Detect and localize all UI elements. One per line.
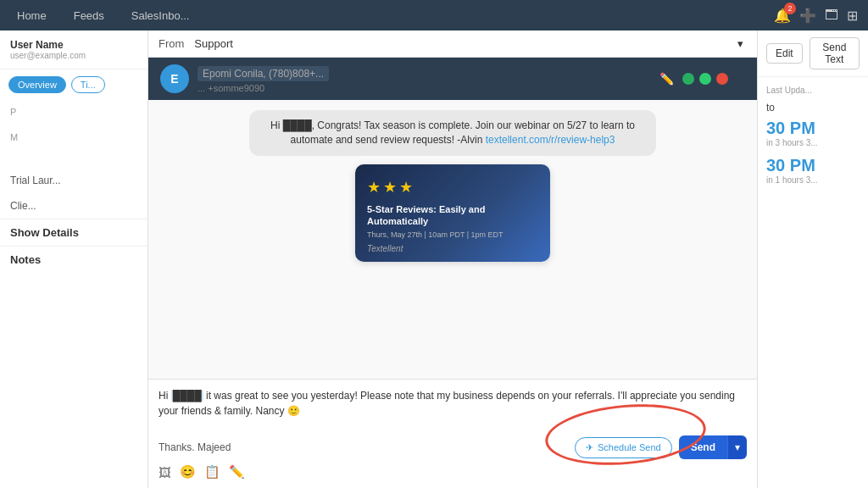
message-link-1[interactable]: textellent.com/r/review-help3 xyxy=(486,134,615,146)
compose-area: Hi ████ it was great to see you yesterda… xyxy=(148,379,757,488)
compose-footer: Thanks. Majeed ✈ Schedule Send Send ▾ xyxy=(159,435,747,459)
status-dots xyxy=(682,73,745,85)
compose-icons-row: 🖼 😊 📋 ✏️ xyxy=(159,464,747,480)
notification-bell-icon[interactable]: 🔔 2 xyxy=(774,8,791,24)
dot-green2 xyxy=(699,73,711,85)
notes-label: Notes xyxy=(10,253,41,266)
right-panel: Edit Send Text Last Upda... to 30 PM in … xyxy=(758,30,868,488)
message-image-card: ★ ★ ★ 5-Star Reviews: Easily and Automat… xyxy=(355,164,550,263)
send-dropdown-arrow[interactable]: ▾ xyxy=(727,435,747,459)
contact-info: Epomi Conila, (780)808+... ... +somme909… xyxy=(198,65,651,93)
to-label: to xyxy=(766,102,860,114)
tab-timeline[interactable]: Ti... xyxy=(71,76,105,93)
show-details-label: Show Details xyxy=(10,226,79,239)
contact-avatar: E xyxy=(160,64,189,93)
top-navigation: Home Feeds SalesInbo... 🔔 2 ➕ 🗔 ⊞ xyxy=(0,0,868,30)
emoji-icon[interactable]: 😊 xyxy=(180,464,196,480)
sidebar-trial: Trial Laur... xyxy=(0,168,147,193)
nav-home[interactable]: Home xyxy=(10,6,53,25)
sidebar-client-value: Clie... xyxy=(10,200,137,212)
compose-prefix: Hi xyxy=(159,390,171,402)
left-sidebar: User Name user@example.com Overview Ti..… xyxy=(0,30,148,488)
compose-text[interactable]: Hi ████ it was great to see you yesterda… xyxy=(159,388,747,430)
time-entry-1: 30 PM in 3 hours 3... xyxy=(766,119,860,147)
sidebar-p-label: P xyxy=(10,107,137,117)
image-card-title: 5-Star Reviews: Easily and Automatically xyxy=(367,203,538,228)
sidebar-client: Clie... xyxy=(0,193,147,219)
sidebar-tabs: Overview Ti... xyxy=(0,69,147,93)
time-entry-2: 30 PM in 1 hours 3... xyxy=(766,156,860,185)
last-update-label: Last Upda... xyxy=(766,86,860,95)
sidebar-field-p: P xyxy=(0,100,147,125)
grid-icon[interactable]: ⊞ xyxy=(847,8,858,24)
send-button[interactable]: Send xyxy=(679,435,727,459)
edit-pen-icon[interactable]: ✏️ xyxy=(229,464,245,480)
from-bar: From Support ▾ xyxy=(148,30,757,58)
star-3: ★ xyxy=(399,178,413,197)
contact-header: E Epomi Conila, (780)808+... ... +somme9… xyxy=(148,58,757,100)
right-toolbar: Edit Send Text xyxy=(758,30,868,77)
contact-name: Epomi Conila, (780)808+... xyxy=(198,66,329,81)
tab-overview[interactable]: Overview xyxy=(8,76,66,93)
compose-signoff: Thanks. Majeed xyxy=(159,441,231,453)
messages-area: Hi ████, Congrats! Tax season is complet… xyxy=(148,100,757,379)
notes-section[interactable]: Notes xyxy=(0,246,147,273)
schedule-send-button[interactable]: ✈ Schedule Send xyxy=(575,437,672,458)
edit-contact-icon[interactable]: ✏️ xyxy=(659,72,674,86)
star-2: ★ xyxy=(383,178,397,197)
edit-button[interactable]: Edit xyxy=(766,43,803,64)
notification-badge: 2 xyxy=(784,3,796,14)
image-card-subtitle: Thurs, May 27th | 10am PDT | 1pm EDT xyxy=(367,230,538,239)
main-layout: User Name user@example.com Overview Ti..… xyxy=(0,30,868,488)
stars-row: ★ ★ ★ xyxy=(367,178,538,197)
nav-feeds[interactable]: Feeds xyxy=(67,6,111,25)
message-bubble-1: Hi ████, Congrats! Tax season is complet… xyxy=(249,110,656,156)
compose-body: it was great to see you yesterday! Pleas… xyxy=(159,390,735,417)
image-card-logo: Textellent xyxy=(367,244,538,253)
sidebar-field-m: M xyxy=(0,125,147,151)
show-details-button[interactable]: Show Details xyxy=(0,219,147,246)
image-card-content: ★ ★ ★ 5-Star Reviews: Easily and Automat… xyxy=(355,164,550,263)
send-button-group: Send ▾ xyxy=(679,435,747,459)
send-plane-icon: ✈ xyxy=(586,442,593,453)
sidebar-trial-value: Trial Laur... xyxy=(10,175,137,186)
schedule-send-label: Schedule Send xyxy=(598,442,661,452)
nav-icon-group: 🔔 2 ➕ 🗔 ⊞ xyxy=(774,8,858,24)
dot-dark xyxy=(733,73,745,85)
time-value-2: 30 PM xyxy=(766,156,860,175)
from-selected-value: Support xyxy=(194,37,233,50)
compose-actions: ✈ Schedule Send Send ▾ xyxy=(575,435,747,459)
time-value-1: 30 PM xyxy=(766,119,860,138)
nav-salesinbox[interactable]: SalesInbo... xyxy=(125,6,197,25)
send-text-button[interactable]: Send Text xyxy=(810,37,860,69)
add-icon[interactable]: ➕ xyxy=(799,8,816,24)
star-1: ★ xyxy=(367,178,381,197)
chat-area: From Support ▾ E Epomi Conila, (780)808+… xyxy=(148,30,758,488)
contact-phone: ... +somme9090 xyxy=(198,83,651,93)
sidebar-user-name: User Name xyxy=(10,39,137,51)
compose-highlighted-name: ████ xyxy=(171,390,203,402)
time-relative-1: in 3 hours 3... xyxy=(766,138,860,147)
dot-green1 xyxy=(682,73,694,85)
right-content: Last Upda... to 30 PM in 3 hours 3... 30… xyxy=(758,77,868,202)
window-icon[interactable]: 🗔 xyxy=(825,8,838,23)
from-label: From xyxy=(159,37,184,50)
chevron-down-icon: ▾ xyxy=(737,37,743,50)
time-relative-2: in 1 hours 3... xyxy=(766,175,860,185)
dot-red xyxy=(716,73,728,85)
image-attach-icon[interactable]: 🖼 xyxy=(159,465,171,480)
sidebar-m-label: M xyxy=(10,132,137,142)
template-icon[interactable]: 📋 xyxy=(204,464,220,480)
sidebar-user-sub: user@example.com xyxy=(10,51,137,60)
compose-wrapper: Hi ████ it was great to see you yesterda… xyxy=(148,379,757,488)
from-select-dropdown[interactable]: Support ▾ xyxy=(191,36,747,52)
sidebar-user-header: User Name user@example.com xyxy=(0,30,147,69)
